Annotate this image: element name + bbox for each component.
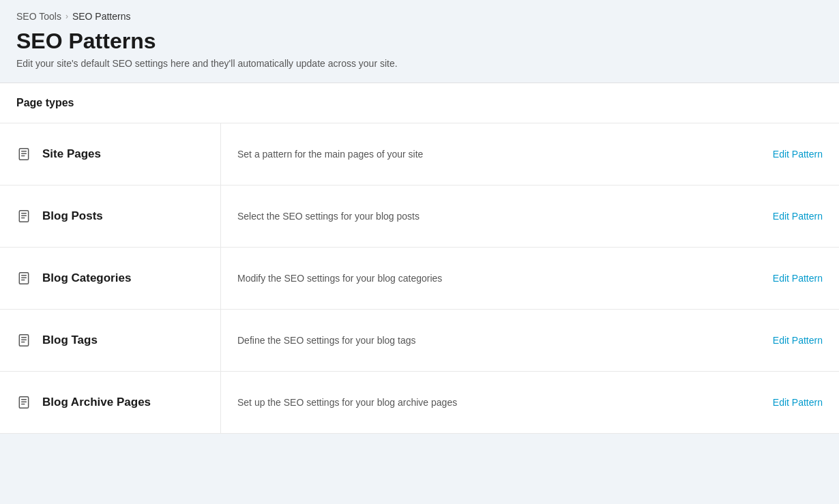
page-type-left: Blog Archive Pages bbox=[16, 372, 221, 433]
page-type-row: Blog Tags Define the SEO settings for yo… bbox=[0, 310, 839, 372]
page-type-description: Define the SEO settings for your blog ta… bbox=[221, 335, 773, 346]
page-type-row: Site Pages Set a pattern for the main pa… bbox=[0, 123, 839, 186]
page-type-description: Set a pattern for the main pages of your… bbox=[221, 149, 773, 160]
svg-rect-4 bbox=[19, 211, 28, 222]
page-type-row: Blog Posts Select the SEO settings for y… bbox=[0, 186, 839, 248]
page-type-left: Blog Posts bbox=[16, 186, 221, 247]
edit-pattern-button[interactable]: Edit Pattern bbox=[773, 397, 823, 408]
svg-rect-8 bbox=[19, 273, 28, 284]
breadcrumb-current: SEO Patterns bbox=[72, 11, 131, 22]
page-type-left: Blog Tags bbox=[16, 310, 221, 371]
page-type-name: Blog Categories bbox=[42, 271, 131, 285]
document-icon bbox=[16, 147, 31, 162]
edit-pattern-button[interactable]: Edit Pattern bbox=[773, 211, 823, 222]
header: SEO Tools › SEO Patterns SEO Patterns Ed… bbox=[0, 0, 839, 83]
edit-pattern-button[interactable]: Edit Pattern bbox=[773, 149, 823, 160]
document-icon bbox=[16, 271, 31, 286]
content-area: Page types Site Pages Set a pattern for … bbox=[0, 83, 839, 434]
page-type-description: Select the SEO settings for your blog po… bbox=[221, 211, 773, 222]
breadcrumb-separator: › bbox=[65, 12, 68, 21]
page-type-left: Blog Categories bbox=[16, 248, 221, 309]
edit-pattern-button[interactable]: Edit Pattern bbox=[773, 335, 823, 346]
document-icon bbox=[16, 333, 31, 348]
edit-pattern-button[interactable]: Edit Pattern bbox=[773, 273, 823, 284]
page-title: SEO Patterns bbox=[16, 29, 823, 54]
page-type-description: Modify the SEO settings for your blog ca… bbox=[221, 273, 773, 284]
page-description: Edit your site's default SEO settings he… bbox=[16, 58, 823, 69]
svg-rect-12 bbox=[19, 335, 28, 346]
page-type-description: Set up the SEO settings for your blog ar… bbox=[221, 397, 773, 408]
page-type-name: Blog Posts bbox=[42, 209, 103, 223]
page-type-name: Site Pages bbox=[42, 147, 101, 161]
page-type-row: Blog Archive Pages Set up the SEO settin… bbox=[0, 372, 839, 434]
section-header: Page types bbox=[0, 83, 839, 123]
svg-rect-16 bbox=[19, 397, 28, 409]
document-icon bbox=[16, 395, 31, 410]
page-type-name: Blog Tags bbox=[42, 333, 98, 347]
page-type-left: Site Pages bbox=[16, 123, 221, 185]
svg-rect-0 bbox=[19, 149, 28, 160]
document-icon bbox=[16, 209, 31, 224]
breadcrumb-parent: SEO Tools bbox=[16, 11, 61, 22]
breadcrumb: SEO Tools › SEO Patterns bbox=[16, 11, 823, 22]
page-type-row: Blog Categories Modify the SEO settings … bbox=[0, 248, 839, 310]
page-type-name: Blog Archive Pages bbox=[42, 396, 151, 409]
section-title: Page types bbox=[16, 97, 74, 108]
page-types-list: Site Pages Set a pattern for the main pa… bbox=[0, 123, 839, 434]
